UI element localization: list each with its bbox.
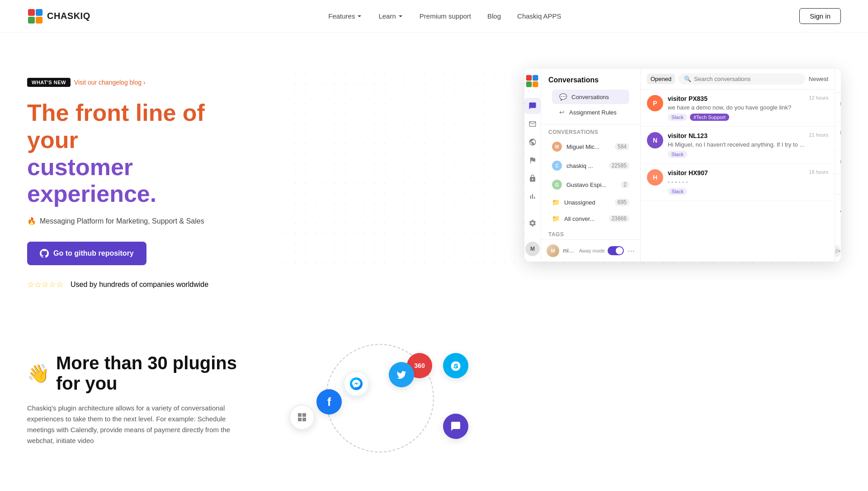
conv-group-gustavo-avatar: G	[552, 180, 562, 190]
detail-msg-2-avatar: V	[840, 126, 841, 139]
nav-premium[interactable]: Premium support	[420, 12, 471, 20]
conv-item-nl123[interactable]: N visitor NL123 Hi Miguel, no I haven't …	[641, 127, 835, 164]
conversation-list: Opened 🔍 Newest P visitor PX835 we have …	[641, 69, 835, 262]
nav-learn[interactable]: Learn	[378, 12, 403, 20]
conv-group-gustavo[interactable]: G Gustavo Espi... 2	[545, 176, 637, 193]
conv-group-all[interactable]: 📁 All conver... 23866	[545, 211, 637, 226]
sidebar-icon-lock[interactable]	[524, 170, 541, 186]
conv-panel-title: Conversations	[548, 76, 633, 84]
away-mode-label: Away mode	[579, 248, 605, 253]
conv-nav-conversations[interactable]: 💬 Conversations	[552, 90, 629, 104]
tag-slack-1: Slack	[668, 114, 687, 121]
nav-apps[interactable]: Chaskiq APPS	[517, 12, 561, 20]
conv-group-unassigned-count: 695	[615, 199, 629, 206]
detail-msg-2[interactable]: V visitor NL123 the inapp mes	[835, 122, 841, 151]
plugins-title: 👋 More than 30 plugins for you	[27, 353, 253, 394]
conv-nav-assignment[interactable]: ↩ Assignment Rules	[552, 105, 629, 119]
conv-bottom-username: miguelmichelson@g...	[563, 248, 576, 254]
conv-group-miguel-count: 584	[615, 143, 629, 150]
logo[interactable]: CHASKIQ	[27, 8, 90, 24]
conv-group-all-label: All conver...	[564, 215, 604, 222]
conv-panel-bottom: M miguelmichelson@g... Away mode ⋯	[541, 239, 640, 262]
hero-content: WHAT'S NEW Visit our changelog blog › Th…	[27, 69, 244, 290]
conv-item-px835-name: visitor PX835	[668, 95, 804, 102]
reply-input[interactable]: type your message	[840, 215, 841, 242]
reply-tab[interactable]: Reply	[840, 199, 841, 212]
conv-group-gustavo-label: Gustavo Espi...	[566, 181, 616, 188]
svg-rect-5	[533, 75, 538, 81]
conv-nav-conv-label: Conversations	[571, 94, 622, 100]
plugin-facebook-icon: f	[316, 389, 342, 415]
sidebar-icon-chat[interactable]	[524, 98, 541, 114]
whats-new-bar: WHAT'S NEW Visit our changelog blog ›	[27, 78, 244, 87]
tag-tech-support: #Tech Support	[690, 114, 729, 121]
app-sidebar-logo	[525, 74, 540, 89]
conv-group-miguel-label: Miguel Mic...	[566, 143, 610, 150]
app-sidebar: M	[524, 69, 541, 262]
conv-group-miguel[interactable]: M Miguel Mic... 584	[545, 138, 637, 155]
star-rating: ☆☆☆☆☆	[27, 280, 63, 290]
svg-rect-2	[28, 17, 35, 24]
sidebar-icon-settings[interactable]	[524, 215, 541, 231]
sidebar-icon-contacts[interactable]	[524, 116, 541, 132]
nav-features[interactable]: Features	[328, 12, 362, 20]
conv-item-hx907[interactable]: H visitor HX907 - - - - - - Slack 18 hou…	[641, 164, 835, 201]
sidebar-user-avatar[interactable]: M	[525, 242, 540, 256]
conv-item-px835-avatar: P	[647, 95, 663, 111]
search-input[interactable]	[694, 76, 800, 82]
hero-section: WHAT'S NEW Visit our changelog blog › Th…	[0, 33, 868, 317]
detail-msg-1-avatar: V	[840, 97, 841, 110]
conv-assignment-icon: ↩	[559, 109, 565, 116]
conv-item-nl123-tags: Slack	[668, 151, 804, 158]
plugins-description: Chaskiq's plugin architecture allows for…	[27, 403, 253, 446]
navbar: CHASKIQ Features Learn Premium support B…	[0, 0, 868, 33]
nav-blog[interactable]: Blog	[487, 12, 501, 20]
conv-group-chaskiq[interactable]: C chaskiq ... 22585	[545, 157, 637, 174]
sidebar-icon-bubble[interactable]	[524, 134, 541, 150]
detail-msg-3[interactable]: V visitor NL123	[835, 151, 841, 174]
away-mode-toggle[interactable]: Away mode	[579, 246, 624, 255]
app-screenshot: M Conversations 💬 Conversations ↩ Assign…	[280, 69, 841, 272]
changelog-link[interactable]: Visit our changelog blog ›	[74, 79, 146, 86]
conv-item-hx907-avatar: H	[647, 169, 663, 186]
conv-list-header: Opened 🔍 Newest	[641, 69, 835, 90]
conv-item-nl123-avatar: N	[647, 132, 663, 148]
used-text: Used by hundreds of companies worldwide	[71, 281, 208, 289]
newest-filter[interactable]: Newest	[809, 76, 828, 82]
svg-rect-6	[526, 81, 532, 87]
logo-text: CHASKIQ	[47, 11, 90, 21]
svg-point-8	[350, 377, 363, 390]
conv-item-hx907-time: 18 hours	[809, 169, 828, 175]
detail-msg-1[interactable]: V visitor NL123 Thank you ver competitor…	[835, 93, 841, 122]
reply-code-button[interactable]: </>	[835, 245, 840, 257]
plugin-twitter-icon	[389, 362, 414, 387]
sidebar-icon-flag[interactable]	[524, 152, 541, 168]
conv-item-px835-tags: Slack #Tech Support	[668, 114, 804, 121]
reply-area: Reply Private Note type your message ☺ 📎…	[835, 194, 841, 262]
rating-area: ☆☆☆☆☆ Used by hundreds of companies worl…	[27, 280, 244, 290]
whats-new-badge: WHAT'S NEW	[27, 78, 71, 87]
tab-opened[interactable]: Opened	[647, 74, 675, 84]
conv-item-hx907-body: visitor HX907 - - - - - - Slack	[668, 169, 804, 195]
plugins-content: 👋 More than 30 plugins for you Chaskiq's…	[27, 353, 253, 446]
hero-title-line2: customer experience.	[27, 154, 156, 207]
tags-section-label: Tags	[541, 227, 640, 239]
toggle-switch[interactable]	[608, 246, 624, 255]
conv-item-px835[interactable]: P visitor PX835 we have a demo now, do y…	[641, 90, 835, 127]
sidebar-icon-chart[interactable]	[524, 188, 541, 205]
signin-button[interactable]: Sign in	[799, 8, 841, 24]
plugins-section: 👋 More than 30 plugins for you Chaskiq's…	[0, 317, 868, 482]
conversation-detail-panel: V Conversation with visi V visitor NL123…	[835, 69, 841, 262]
svg-rect-3	[36, 17, 42, 24]
nav-links: Features Learn Premium support Blog Chas…	[328, 12, 561, 20]
github-cta-button[interactable]: Go to github repository	[27, 242, 146, 265]
conv-bottom-more-button[interactable]: ⋯	[627, 247, 635, 255]
conversations-panel: Conversations 💬 Conversations ↩ Assignme…	[541, 69, 641, 262]
hero-title: The front line of your customer experien…	[27, 100, 244, 208]
conv-item-hx907-preview: - - - - - -	[668, 178, 804, 185]
conv-item-nl123-body: visitor NL123 Hi Miguel, no I haven't re…	[668, 132, 804, 158]
conv-item-hx907-tags: Slack	[668, 188, 804, 195]
conv-group-chaskiq-label: chaskiq ...	[566, 162, 604, 169]
conv-group-unassigned[interactable]: 📁 Unassigned 695	[545, 195, 637, 210]
conv-item-px835-time: 12 hours	[809, 95, 828, 100]
